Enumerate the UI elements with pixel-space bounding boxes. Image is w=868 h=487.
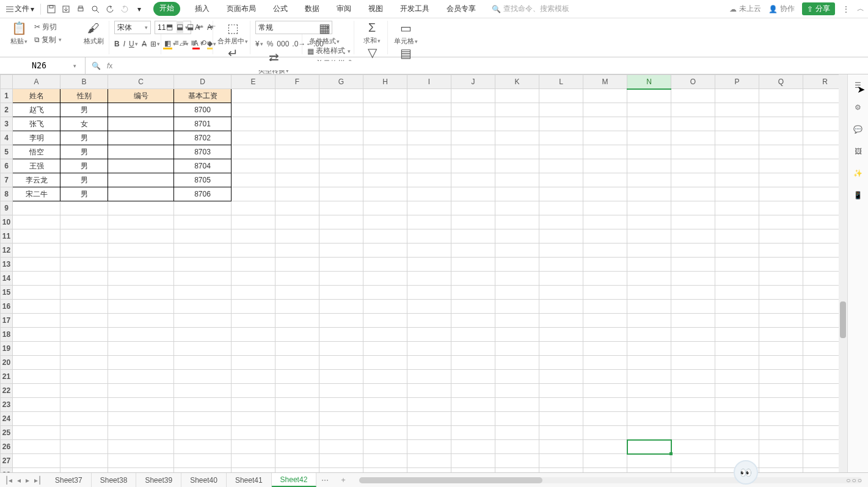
cell-N24[interactable] — [627, 412, 671, 426]
cell-D27[interactable] — [174, 454, 232, 468]
row-header-17[interactable]: 17 — [1, 314, 13, 328]
cell-Q3[interactable] — [759, 117, 803, 131]
cell-A27[interactable] — [13, 454, 60, 468]
cell-N28[interactable] — [627, 468, 671, 473]
cell-E24[interactable] — [232, 412, 275, 426]
paste-button[interactable]: 📋粘贴▾ — [6, 21, 32, 46]
cloud-status[interactable]: ☁ 未上云 — [729, 4, 761, 14]
cell-F26[interactable] — [275, 440, 319, 454]
cell-L1[interactable] — [539, 89, 583, 103]
cell-G28[interactable] — [319, 468, 363, 473]
undo-icon[interactable] — [103, 2, 117, 16]
cell-K5[interactable] — [495, 145, 539, 159]
cell-P2[interactable] — [715, 103, 759, 117]
cell-Q6[interactable] — [759, 159, 803, 173]
spreadsheet-grid[interactable]: ABCDEFGHIJKLMNOPQR1姓名性别编号基本工资2赵飞男87003张飞… — [0, 74, 847, 472]
cell-N27[interactable] — [627, 454, 671, 468]
cell-O10[interactable] — [671, 215, 715, 229]
cell-I19[interactable] — [407, 342, 451, 356]
cell-F12[interactable] — [275, 244, 319, 258]
border-icon[interactable]: ⊞▾ — [150, 38, 160, 50]
cell-H21[interactable] — [363, 370, 407, 384]
cell-K27[interactable] — [495, 454, 539, 468]
cell-N3[interactable] — [627, 117, 671, 131]
cell-G4[interactable] — [319, 131, 363, 145]
cell-M4[interactable] — [583, 131, 627, 145]
cell-J7[interactable] — [451, 173, 495, 187]
cell-A9[interactable] — [13, 201, 60, 215]
cell-B16[interactable] — [60, 300, 108, 314]
cell-I3[interactable] — [407, 117, 451, 131]
cell-D12[interactable] — [174, 244, 232, 258]
cell-B27[interactable] — [60, 454, 108, 468]
cell-K22[interactable] — [495, 384, 539, 398]
cell-F2[interactable] — [275, 103, 319, 117]
cell-P14[interactable] — [715, 272, 759, 286]
cell-H15[interactable] — [363, 286, 407, 300]
cell-L21[interactable] — [539, 370, 583, 384]
cell-Q10[interactable] — [759, 215, 803, 229]
cell-M7[interactable] — [583, 173, 627, 187]
cell-F19[interactable] — [275, 342, 319, 356]
cell-I21[interactable] — [407, 370, 451, 384]
cell-I17[interactable] — [407, 314, 451, 328]
cell-K23[interactable] — [495, 398, 539, 412]
cell-J26[interactable] — [451, 440, 495, 454]
cell-L11[interactable] — [539, 229, 583, 244]
cell-G14[interactable] — [319, 272, 363, 286]
cell-J27[interactable] — [451, 454, 495, 468]
cell-L22[interactable] — [539, 384, 583, 398]
cell-K24[interactable] — [495, 412, 539, 426]
comma-icon[interactable]: 000 — [277, 38, 289, 50]
cell-B2[interactable]: 男 — [60, 103, 108, 117]
cell-Q28[interactable] — [759, 468, 803, 473]
sidepane-image-icon[interactable]: 🖼 — [852, 145, 864, 157]
row-header-2[interactable]: 2 — [1, 103, 13, 117]
cell-J20[interactable] — [451, 356, 495, 370]
cell-E21[interactable] — [232, 370, 275, 384]
cell-P17[interactable] — [715, 314, 759, 328]
tab-view[interactable]: 视图 — [366, 2, 385, 16]
cell-L9[interactable] — [539, 201, 583, 215]
cell-G10[interactable] — [319, 215, 363, 229]
indent-decrease-icon[interactable]: ⇤ — [197, 21, 203, 33]
name-box[interactable]: ▾ — [0, 57, 86, 74]
align-middle-icon[interactable]: ⬓ — [177, 21, 183, 33]
cell-Q11[interactable] — [759, 229, 803, 244]
cell-P23[interactable] — [715, 398, 759, 412]
cell-J1[interactable] — [451, 89, 495, 103]
cell-A17[interactable] — [13, 314, 60, 328]
cell-L20[interactable] — [539, 356, 583, 370]
cell-L2[interactable] — [539, 103, 583, 117]
cell-B10[interactable] — [60, 215, 108, 229]
merge-button[interactable]: ⬚合并居中▾ — [218, 21, 247, 46]
cell-G17[interactable] — [319, 314, 363, 328]
col-header-L[interactable]: L — [539, 75, 583, 89]
hscroll-thumb[interactable] — [359, 477, 542, 483]
cell-Q16[interactable] — [759, 300, 803, 314]
cell-B3[interactable]: 女 — [60, 117, 108, 131]
cell-B24[interactable] — [60, 412, 108, 426]
cell-M24[interactable] — [583, 412, 627, 426]
cell-L26[interactable] — [539, 440, 583, 454]
cell-H8[interactable] — [363, 187, 407, 201]
cell-Q4[interactable] — [759, 131, 803, 145]
cell-O15[interactable] — [671, 286, 715, 300]
cell-B5[interactable]: 男 — [60, 145, 108, 159]
collapse-ribbon-icon[interactable]: ︿ — [857, 4, 864, 14]
cell-I11[interactable] — [407, 229, 451, 244]
row-header-13[interactable]: 13 — [1, 258, 13, 272]
preview-icon[interactable] — [89, 2, 102, 16]
cell-L7[interactable] — [539, 173, 583, 187]
row-header-28[interactable]: 28 — [1, 468, 13, 473]
cell-L25[interactable] — [539, 426, 583, 440]
cell-G25[interactable] — [319, 426, 363, 440]
cell-C15[interactable] — [108, 286, 174, 300]
cell-O12[interactable] — [671, 244, 715, 258]
cell-H27[interactable] — [363, 454, 407, 468]
cell-I23[interactable] — [407, 398, 451, 412]
cell-P4[interactable] — [715, 131, 759, 145]
cell-Q19[interactable] — [759, 342, 803, 356]
cell-N26[interactable] — [627, 440, 671, 454]
row-header-26[interactable]: 26 — [1, 440, 13, 454]
